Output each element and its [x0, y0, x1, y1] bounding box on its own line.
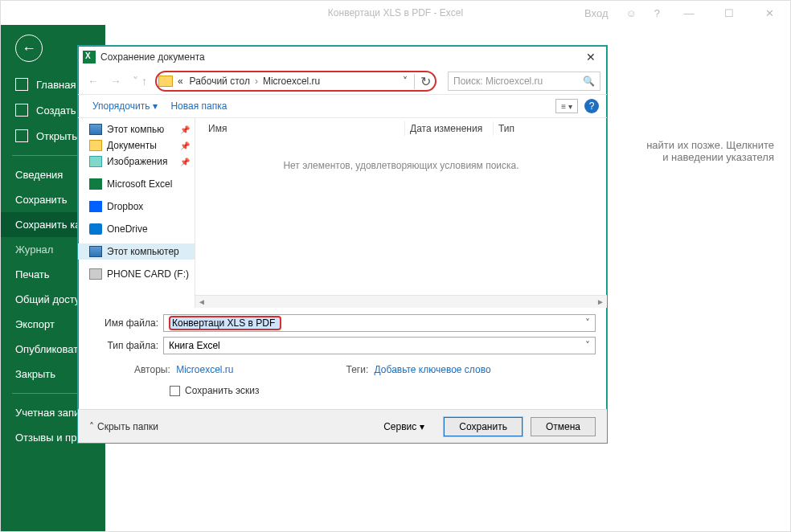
- close-button[interactable]: ✕: [753, 7, 785, 19]
- scroll-left-icon[interactable]: ◄: [195, 297, 208, 306]
- filetype-field[interactable]: Книга Excel ˅: [163, 337, 596, 354]
- tree-item[interactable]: Dropbox: [78, 198, 195, 215]
- sidebar-label: Журнал: [15, 243, 53, 256]
- search-input[interactable]: Поиск: Microexcel.ru 🔍: [448, 72, 600, 91]
- back-arrow-button[interactable]: ←: [15, 35, 43, 62]
- service-button[interactable]: Сервис ▾: [383, 421, 424, 432]
- sidebar-label: Общий доступ: [15, 293, 85, 305]
- filename-field[interactable]: Конвертаци XLS в PDF ˅: [163, 314, 596, 332]
- filetype-label: Тип файла:: [89, 340, 163, 351]
- tree-item[interactable]: OneDrive: [78, 221, 195, 237]
- filetype-value: Книга Excel: [169, 340, 220, 351]
- tags-value[interactable]: Добавьте ключевое слово: [375, 364, 491, 375]
- scroll-right-icon[interactable]: ►: [594, 297, 607, 306]
- tree-label: Изображения: [107, 156, 167, 167]
- breadcrumb-b[interactable]: Microexcel.ru: [261, 76, 322, 87]
- cancel-button[interactable]: Отмена: [531, 417, 596, 436]
- monitor-icon: [89, 124, 102, 135]
- sidebar-label: Сохранить: [15, 194, 68, 206]
- tree-label: Microsoft Excel: [107, 178, 172, 190]
- drive-icon: [89, 268, 102, 280]
- thumbnail-label: Сохранить эскиз: [185, 385, 260, 396]
- newfolder-button[interactable]: Новая папка: [164, 98, 233, 114]
- pictures-icon: [89, 156, 102, 167]
- chevron-down-icon[interactable]: ˅: [585, 317, 590, 329]
- dialog-body: Этот компью📌 Документы📌 Изображения📌 Mic…: [78, 118, 607, 308]
- nav-back-button[interactable]: ←: [84, 75, 102, 88]
- minimize-button[interactable]: —: [673, 7, 705, 19]
- organize-button[interactable]: Упорядочить ▾: [86, 98, 164, 114]
- titlebar: Конвертаци XLS в PDF - Excel Вход ☺ ? — …: [1, 1, 790, 25]
- file-list-header: Имя Дата изменения Тип: [195, 118, 607, 139]
- col-name[interactable]: Имя: [203, 121, 404, 136]
- app-title: Конвертаци XLS в PDF - Excel: [328, 7, 463, 18]
- address-bar[interactable]: « Рабочий стол › Microexcel.ru ˅ ↻: [155, 71, 436, 92]
- tree-item[interactable]: Microsoft Excel: [78, 176, 195, 192]
- tree-item-selected[interactable]: Этот компьютер: [78, 243, 195, 260]
- folder-tree: Этот компью📌 Документы📌 Изображения📌 Mic…: [78, 118, 195, 308]
- horizontal-scrollbar[interactable]: ◄►: [195, 295, 607, 308]
- tree-label: Dropbox: [107, 201, 143, 212]
- view-options-button[interactable]: ≡ ▾: [555, 99, 578, 113]
- col-type[interactable]: Тип: [493, 121, 557, 136]
- dialog-toolbar: Упорядочить ▾ Новая папка ≡ ▾ ?: [78, 94, 607, 118]
- filename-value: Конвертаци XLS в PDF: [169, 316, 281, 330]
- breadcrumb-a[interactable]: Рабочий стол: [188, 76, 252, 87]
- tree-item[interactable]: Документы📌: [78, 137, 195, 153]
- tree-label: Этот компью: [107, 124, 164, 135]
- file-list-area: Имя Дата изменения Тип Нет элементов, уд…: [195, 118, 607, 308]
- save-button[interactable]: Сохранить: [444, 417, 523, 436]
- dropbox-icon: [89, 201, 102, 212]
- col-date[interactable]: Дата изменения: [404, 121, 493, 136]
- meta-row: Авторы: Microexcel.ru Теги: Добавьте клю…: [89, 359, 596, 380]
- nav-fwd-button[interactable]: →: [107, 75, 125, 88]
- thumbnail-checkbox[interactable]: [170, 386, 180, 396]
- tags-label: Теги:: [346, 364, 369, 375]
- authors-value[interactable]: Microexcel.ru: [176, 364, 233, 375]
- sidebar-label: Опубликовать: [15, 343, 84, 355]
- pin-icon: 📌: [180, 158, 190, 166]
- tree-label: OneDrive: [107, 223, 148, 235]
- excel-icon: [89, 178, 102, 190]
- chevron-down-icon[interactable]: ˅: [585, 340, 590, 351]
- help-icon[interactable]: ?: [650, 7, 665, 19]
- new-icon: [15, 104, 28, 117]
- face-icon[interactable]: ☺: [621, 7, 641, 19]
- titlebar-controls: Вход ☺ ? — ☐ ✕: [580, 7, 785, 19]
- onedrive-icon: [89, 223, 102, 235]
- chevron-down-icon: ▾: [153, 100, 158, 112]
- hide-folders-button[interactable]: ˄Скрыть папки: [89, 421, 158, 432]
- folder-icon: [89, 140, 102, 151]
- help-button[interactable]: ?: [584, 99, 599, 113]
- empty-message: Нет элементов, удовлетворяющих условиям …: [195, 139, 607, 295]
- sidebar-label: Главная: [36, 79, 76, 91]
- sidebar-label: Открыть: [36, 130, 77, 142]
- home-icon: [15, 78, 28, 91]
- filename-label: Имя файла:: [89, 317, 163, 329]
- tree-label: PHONE CARD (F:): [107, 268, 189, 280]
- authors-label: Авторы:: [134, 364, 170, 375]
- nav-up-button[interactable]: ˅ ↑: [129, 75, 150, 88]
- sidebar-label: Экспорт: [15, 318, 55, 330]
- pin-icon: 📌: [180, 141, 190, 150]
- dialog-footer: ˄Скрыть папки Сервис ▾ Сохранить Отмена: [78, 409, 607, 443]
- tree-item[interactable]: Этот компью📌: [78, 121, 195, 137]
- sidebar-label: Закрыть: [15, 368, 55, 380]
- maximize-button[interactable]: ☐: [713, 7, 745, 19]
- thumbnail-row: Сохранить эскиз: [89, 380, 596, 401]
- tree-item[interactable]: Изображения📌: [78, 153, 195, 170]
- login-link[interactable]: Вход: [580, 7, 613, 19]
- refresh-button[interactable]: ↻: [414, 74, 432, 89]
- breadcrumb-dropdown[interactable]: ˅: [403, 76, 408, 87]
- chevron-up-icon: ˄: [89, 421, 94, 432]
- save-dialog: Сохранение документа ✕ ← → ˅ ↑ « Рабочий…: [77, 45, 608, 444]
- open-icon: [15, 129, 28, 142]
- dialog-close-button[interactable]: ✕: [580, 49, 602, 65]
- tree-item[interactable]: PHONE CARD (F:): [78, 266, 195, 282]
- search-icon: 🔍: [583, 76, 595, 87]
- sidebar-label: Сведения: [15, 169, 63, 181]
- pin-icon: 📌: [180, 125, 190, 134]
- dialog-titlebar: Сохранение документа ✕: [78, 46, 607, 68]
- dialog-form: Имя файла: Конвертаци XLS в PDF ˅ Тип фа…: [78, 308, 607, 401]
- filetype-row: Тип файла: Книга Excel ˅: [89, 337, 596, 354]
